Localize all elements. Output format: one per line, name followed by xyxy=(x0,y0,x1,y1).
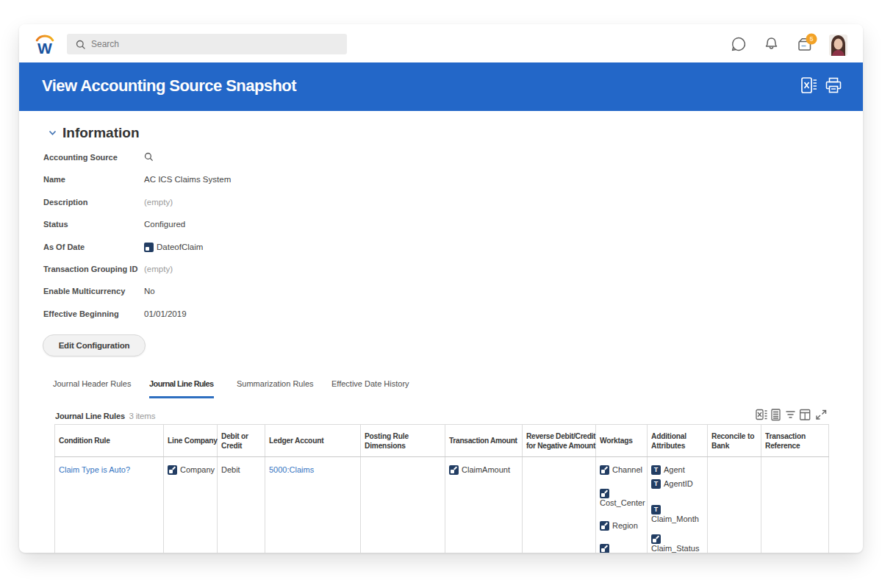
svg-text:5: 5 xyxy=(809,35,813,43)
svg-text:W: W xyxy=(37,40,52,56)
